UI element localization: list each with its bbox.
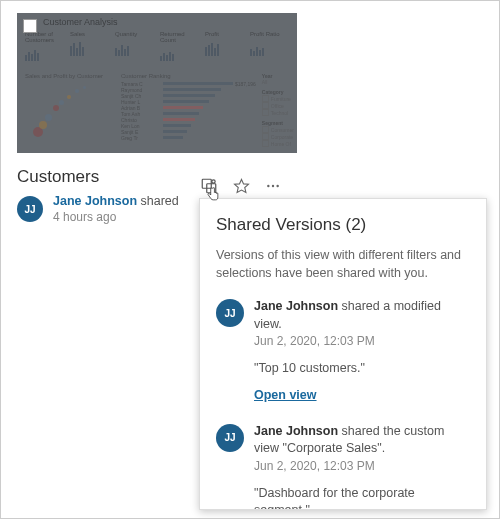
popover-description: Versions of this view with different fil… xyxy=(216,247,472,282)
share-author: Jane Johnson xyxy=(254,424,338,438)
dashboard-thumbnail[interactable]: Customer Analysis Number of Customers Sa… xyxy=(17,13,297,153)
svg-point-2 xyxy=(212,180,215,183)
shared-version-item: JJ Jane Johnson shared a modified view. … xyxy=(216,298,472,405)
avatar: JJ xyxy=(17,196,43,222)
more-actions-icon[interactable] xyxy=(263,176,283,196)
share-note: "Top 10 customers." xyxy=(254,360,472,378)
share-author: Jane Johnson xyxy=(254,299,338,313)
author-link[interactable]: Jane Johnson xyxy=(53,194,137,208)
popover-title: Shared Versions (2) xyxy=(216,215,472,235)
svg-point-3 xyxy=(267,185,269,187)
share-timestamp: Jun 2, 2020, 12:03 PM xyxy=(254,458,472,475)
popover-scroll[interactable]: Shared Versions (2) Versions of this vie… xyxy=(200,199,486,509)
avatar: JJ xyxy=(216,424,244,452)
shared-versions-popover: Shared Versions (2) Versions of this vie… xyxy=(199,198,487,510)
share-timestamp: Jun 2, 2020, 12:03 PM xyxy=(254,333,472,350)
avatar: JJ xyxy=(216,299,244,327)
select-checkbox[interactable] xyxy=(23,19,37,33)
shared-versions-icon[interactable] xyxy=(199,176,219,196)
svg-point-5 xyxy=(276,185,278,187)
favorite-star-icon[interactable] xyxy=(231,176,251,196)
open-view-link[interactable]: Open view xyxy=(254,388,317,402)
share-note: "Dashboard for the corporate segment." xyxy=(254,485,472,509)
svg-point-4 xyxy=(272,185,274,187)
shared-version-item: JJ Jane Johnson shared the custom view "… xyxy=(216,423,472,509)
timestamp: 4 hours ago xyxy=(53,210,116,224)
